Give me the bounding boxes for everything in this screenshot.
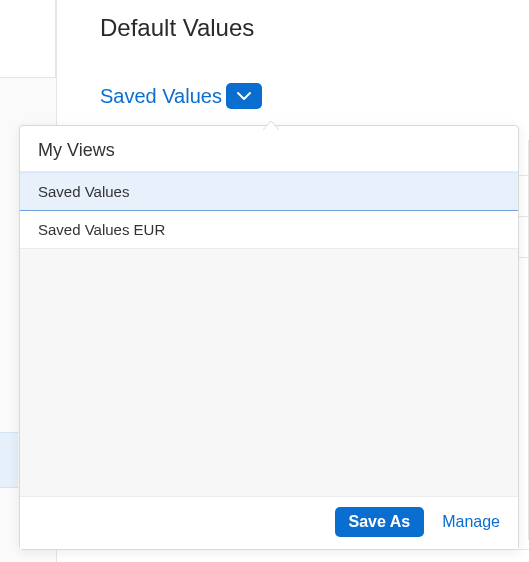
popover-header: My Views bbox=[20, 126, 518, 171]
page-title: Default Values bbox=[100, 14, 254, 42]
views-popover: My Views Saved Values Saved Values EUR S… bbox=[19, 125, 519, 550]
views-list[interactable]: Saved Values Saved Values EUR bbox=[20, 171, 518, 496]
list-item-label: Saved Values bbox=[38, 183, 129, 200]
bg-left-block bbox=[0, 0, 56, 78]
popover-footer: Save As Manage bbox=[20, 496, 518, 549]
bg-selection-strip bbox=[0, 432, 18, 488]
list-item-label: Saved Values EUR bbox=[38, 221, 165, 238]
saved-values-dropdown[interactable]: Saved Values bbox=[100, 83, 262, 109]
list-item[interactable]: Saved Values bbox=[20, 172, 518, 211]
dropdown-toggle-button[interactable] bbox=[226, 83, 262, 109]
manage-link[interactable]: Manage bbox=[442, 513, 500, 531]
save-as-button[interactable]: Save As bbox=[335, 507, 425, 537]
list-item[interactable]: Saved Values EUR bbox=[20, 211, 518, 249]
dropdown-selected-label: Saved Values bbox=[100, 85, 222, 108]
chevron-down-icon bbox=[237, 91, 251, 101]
